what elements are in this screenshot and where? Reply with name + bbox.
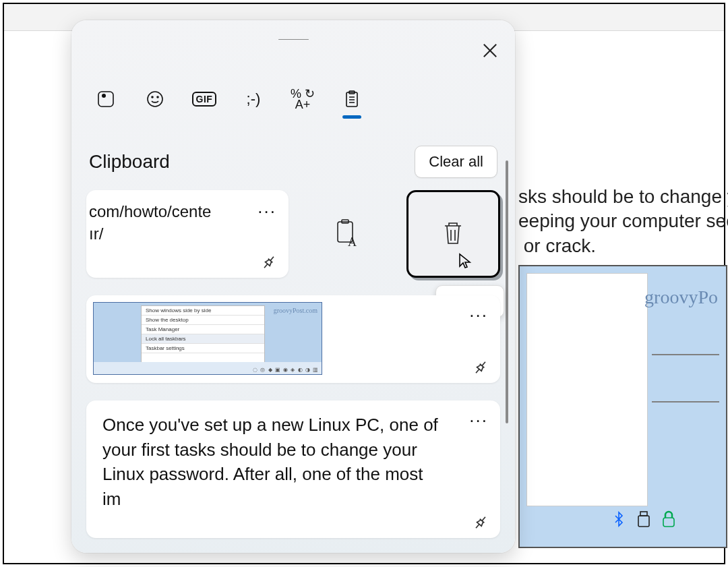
svg-rect-1 bbox=[638, 516, 649, 527]
security-lock-icon[interactable] bbox=[661, 510, 677, 533]
tab-emoji[interactable] bbox=[142, 86, 168, 112]
image-thumbnail: groovyPost.com Show windows side by side… bbox=[93, 302, 322, 375]
paste-as-text-icon: A bbox=[334, 219, 361, 249]
pin-icon[interactable] bbox=[257, 250, 282, 275]
svg-rect-2 bbox=[663, 518, 674, 527]
more-icon[interactable]: ··· bbox=[257, 201, 276, 222]
clipboard-item-text[interactable]: com/howto/cente ır/ ··· bbox=[86, 190, 289, 278]
pin-icon[interactable] bbox=[468, 355, 493, 380]
kaomoji-icon: ;-) bbox=[247, 90, 261, 108]
pin-icon[interactable] bbox=[468, 510, 493, 535]
trash-icon bbox=[439, 219, 466, 249]
tab-symbols[interactable]: % ↻A+ bbox=[290, 86, 315, 112]
tab-clipboard[interactable] bbox=[339, 86, 365, 112]
clipboard-text-snippet: Once you've set up a new Linux PC, one o… bbox=[102, 413, 446, 511]
entry-row-expanded: com/howto/cente ır/ ··· A Delete bbox=[86, 190, 500, 278]
clipboard-text-snippet: com/howto/cente ır/ bbox=[89, 201, 276, 245]
section-title: Clipboard bbox=[89, 151, 170, 173]
system-tray bbox=[611, 510, 677, 533]
svg-text:A: A bbox=[348, 235, 357, 249]
svg-rect-0 bbox=[640, 512, 647, 516]
thumb-context-menu: Show windows side by side Show the deskt… bbox=[141, 305, 265, 366]
background-logo: groovyPo bbox=[644, 287, 718, 308]
gif-icon: GIF bbox=[192, 92, 217, 107]
usb-drive-icon[interactable] bbox=[636, 510, 651, 533]
tab-stickers[interactable] bbox=[93, 86, 119, 112]
svg-rect-3 bbox=[98, 92, 113, 107]
svg-point-5 bbox=[152, 96, 153, 98]
svg-point-4 bbox=[148, 92, 162, 107]
clipboard-icon bbox=[342, 90, 361, 109]
tab-gif[interactable]: GIF bbox=[191, 86, 217, 112]
emoji-clipboard-panel: GIF ;-) % ↻A+ Clipboard Clear all com/ho… bbox=[71, 20, 515, 553]
paste-as-text-button[interactable]: A bbox=[301, 190, 394, 278]
clipboard-item-image[interactable]: groovyPost.com Show windows side by side… bbox=[86, 295, 500, 383]
delete-button[interactable]: Delete bbox=[406, 190, 500, 278]
background-article-text: sks should be to change y eeping your co… bbox=[518, 185, 728, 258]
bg-line bbox=[652, 401, 719, 402]
thumb-watermark: groovyPost.com bbox=[274, 307, 317, 314]
clipboard-item-text[interactable]: Once you've set up a new Linux PC, one o… bbox=[86, 400, 500, 538]
panel-tabs: GIF ;-) % ↻A+ bbox=[86, 86, 500, 112]
more-icon[interactable]: ··· bbox=[469, 305, 488, 326]
symbols-icon: % ↻A+ bbox=[291, 88, 315, 110]
tab-kaomoji[interactable]: ;-) bbox=[241, 86, 266, 112]
clear-all-button[interactable]: Clear all bbox=[415, 146, 497, 178]
more-icon[interactable]: ··· bbox=[469, 410, 488, 431]
emoji-icon bbox=[146, 90, 164, 109]
active-tab-indicator bbox=[342, 115, 361, 119]
bg-line bbox=[652, 354, 719, 355]
background-embedded-screenshot: groovyPo bbox=[518, 265, 727, 548]
clipboard-entries: com/howto/cente ır/ ··· A Delete g bbox=[86, 190, 500, 538]
sticker-icon bbox=[96, 90, 115, 109]
scrollbar[interactable] bbox=[506, 160, 508, 423]
section-header: Clipboard Clear all bbox=[86, 146, 500, 178]
svg-point-6 bbox=[157, 96, 158, 98]
close-icon[interactable] bbox=[481, 42, 499, 59]
bluetooth-icon[interactable] bbox=[611, 511, 627, 532]
window-frame: sks should be to change y eeping your co… bbox=[3, 3, 725, 564]
mouse-cursor-icon bbox=[457, 253, 473, 269]
